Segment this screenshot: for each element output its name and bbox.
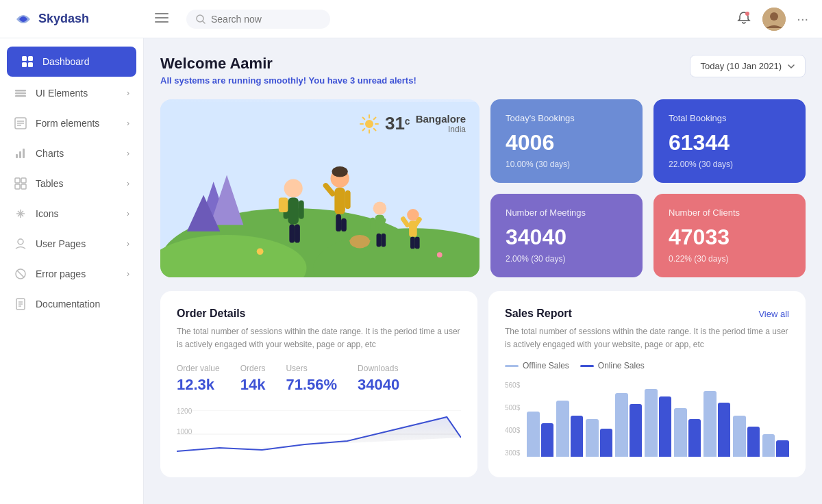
metric-label: Users: [286, 364, 337, 373]
search-bar: [186, 10, 330, 29]
icons-icon: [14, 207, 27, 220]
metric-label: Orders: [240, 364, 266, 373]
sales-desc: The total number of sessions within the …: [505, 325, 789, 351]
svg-rect-2: [155, 21, 169, 23]
chevron-icon: ›: [127, 149, 129, 158]
order-chart-container: 1200 1000: [177, 407, 461, 461]
svg-line-42: [362, 117, 364, 119]
svg-line-32: [17, 270, 24, 277]
main-layout: Dashboard UI Elements ›: [0, 38, 822, 504]
bar-group: [556, 401, 583, 457]
stats-row-1: Today's Bookings 4006 10.00% (30 days) T…: [490, 99, 806, 183]
navbar-center: [151, 7, 736, 31]
svg-rect-21: [23, 149, 25, 158]
svg-rect-0: [155, 13, 169, 14]
y-label-1000: 1000: [177, 428, 192, 436]
svg-rect-9: [28, 56, 33, 61]
svg-rect-57: [289, 224, 295, 242]
avatar[interactable]: [762, 8, 786, 31]
offline-bar: [703, 391, 716, 457]
offline-bar: [733, 416, 745, 457]
legend-offline-label: Offline Sales: [523, 361, 569, 370]
metric-label: Downloads: [358, 364, 399, 373]
more-button[interactable]: ···: [797, 11, 808, 27]
navbar: Skydash: [0, 0, 822, 38]
offline-dot: [505, 365, 519, 367]
sidebar-item-label: UI Elements: [36, 88, 127, 99]
svg-point-80: [257, 248, 264, 255]
y-label-400: 400$: [505, 427, 520, 434]
search-input[interactable]: [211, 14, 321, 25]
metric-label: Order value: [177, 364, 220, 373]
sidebar-item-label: User Pages: [36, 238, 127, 249]
view-all-link[interactable]: View all: [758, 309, 789, 319]
layers-icon: [14, 86, 27, 100]
svg-point-66: [332, 166, 347, 177]
svg-line-43: [374, 128, 376, 130]
metric-downloads: Downloads 34040: [358, 364, 399, 394]
svg-rect-77: [410, 237, 415, 249]
svg-rect-78: [415, 237, 420, 249]
sun-icon: [359, 114, 379, 134]
stats-row-2: Number of Meetings 34040 2.00% (30 days)…: [490, 194, 806, 277]
legend-offline: Offline Sales: [505, 361, 569, 370]
stat-card-total-bookings: Total Bookings 61344 22.00% (30 days): [653, 99, 806, 183]
sidebar-item-user-pages[interactable]: User Pages ›: [0, 229, 143, 259]
online-bar: [571, 416, 583, 457]
svg-rect-19: [16, 154, 18, 158]
stat-value: 34040: [506, 225, 627, 250]
date-picker-button[interactable]: Today (10 Jan 2021): [690, 55, 806, 77]
legend: Offline Sales Online Sales: [505, 361, 789, 370]
svg-point-81: [437, 252, 443, 257]
sidebar-item-error-pages[interactable]: Error pages ›: [0, 259, 143, 289]
sidebar-item-charts[interactable]: Charts ›: [0, 138, 143, 168]
sidebar-item-documentation[interactable]: Documentation: [0, 289, 143, 319]
sidebar-item-icons[interactable]: Icons ›: [0, 199, 143, 229]
hamburger-button[interactable]: [151, 7, 173, 31]
doc-icon: [14, 297, 27, 311]
bar-group: [586, 419, 612, 457]
svg-rect-61: [334, 188, 345, 214]
page-title: Welcome Aamir: [160, 55, 416, 73]
metric-value: 34040: [358, 376, 399, 394]
svg-line-44: [374, 117, 376, 119]
notification-button[interactable]: [736, 10, 751, 27]
sales-title: Sales Report: [505, 307, 572, 320]
metric-orders: Orders 14k: [240, 364, 266, 394]
sidebar-item-label: Documentation: [36, 299, 129, 310]
sidebar-item-form-elements[interactable]: Form elements ›: [0, 108, 143, 138]
dashboard-icon: [21, 55, 34, 68]
legend-online: Online Sales: [580, 361, 645, 370]
offline-bar: [674, 408, 686, 457]
bar-chart: [527, 381, 789, 457]
bar-group: [674, 408, 701, 457]
offline-bar: [645, 389, 657, 457]
svg-rect-22: [15, 178, 20, 183]
y-label-560: 560$: [505, 381, 520, 389]
sidebar-item-dashboard[interactable]: Dashboard: [7, 47, 136, 77]
sidebar-item-ui-elements[interactable]: UI Elements ›: [0, 78, 143, 108]
online-bar: [776, 440, 788, 457]
chevron-icon: ›: [127, 209, 129, 218]
sales-card: Sales Report View all The total number o…: [488, 291, 806, 477]
cards-weather-row: 31 c Bangalore India: [160, 99, 806, 277]
svg-rect-63: [345, 190, 351, 209]
bar-group: [733, 416, 760, 457]
online-bar: [600, 429, 612, 457]
svg-rect-69: [371, 218, 375, 231]
sidebar-item-tables[interactable]: Tables ›: [0, 168, 143, 199]
sidebar-item-label: Error pages: [36, 268, 127, 279]
chevron-icon: ›: [127, 179, 129, 188]
svg-line-45: [362, 128, 364, 130]
weather-city: Bangalore: [416, 113, 466, 125]
online-bar: [541, 423, 553, 457]
stat-sub: 2.00% (30 days): [506, 254, 627, 264]
metric-value: 14k: [240, 376, 266, 394]
svg-rect-1: [155, 17, 169, 18]
weather-info: 31 c Bangalore India: [359, 113, 466, 134]
y-label-300: 300$: [505, 449, 520, 457]
bell-icon: [736, 10, 751, 25]
svg-point-30: [18, 239, 23, 244]
bar-group: [615, 393, 642, 457]
online-bar: [659, 396, 671, 457]
